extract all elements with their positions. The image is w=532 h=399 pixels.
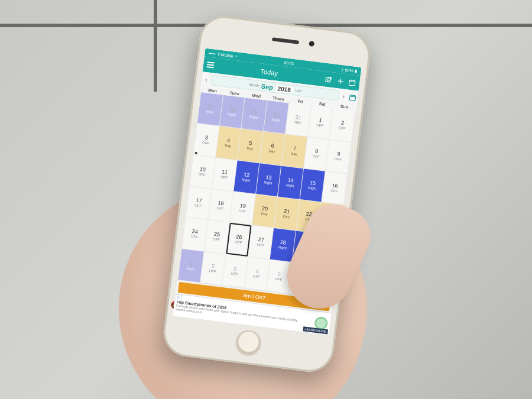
calendar-day-cell[interactable]: 4OFF bbox=[244, 257, 270, 290]
day-number: 25 bbox=[213, 232, 220, 238]
battery-label: 86% bbox=[345, 67, 353, 73]
calendar-day-cell[interactable]: 9OFF bbox=[326, 140, 351, 173]
day-number: 17 bbox=[196, 197, 202, 203]
shift-label: OFF bbox=[235, 240, 242, 244]
shift-label: Night bbox=[286, 183, 295, 187]
shift-label: OFF bbox=[216, 206, 224, 210]
shift-label: OFF bbox=[335, 157, 342, 161]
phone-front-camera bbox=[309, 40, 314, 46]
calendar-day-cell[interactable]: 26OFF bbox=[226, 223, 252, 256]
calendar-toolbar-icon[interactable] bbox=[348, 77, 357, 87]
prev-month-button[interactable]: ‹ bbox=[202, 75, 210, 83]
calendar-day-cell[interactable]: 6Day bbox=[259, 131, 285, 164]
calendar-day-cell[interactable]: 13Night bbox=[256, 163, 281, 196]
day-number: 4 bbox=[255, 268, 259, 274]
day-number: 3 bbox=[233, 266, 237, 272]
compose-icon[interactable] bbox=[324, 74, 333, 84]
shift-label: OFF bbox=[231, 271, 238, 275]
calendar-day-cell[interactable]: 1Night bbox=[178, 248, 203, 281]
day-number: 31 bbox=[295, 115, 301, 121]
jump-to-date-icon[interactable] bbox=[348, 92, 357, 102]
carrier-label: T-Mobile bbox=[217, 51, 233, 57]
calendar-day-cell[interactable]: 12Night bbox=[234, 160, 259, 193]
shift-label: Day bbox=[291, 152, 297, 156]
home-button[interactable] bbox=[234, 328, 263, 357]
day-number: 16 bbox=[332, 183, 338, 189]
day-number: 14 bbox=[287, 177, 294, 183]
calendar-day-cell[interactable]: 4Day bbox=[216, 126, 241, 159]
calendar-day-cell[interactable]: 29Night bbox=[242, 98, 267, 131]
signal-icon: ••••• bbox=[208, 50, 216, 55]
am-i-on-label: Am I On? bbox=[242, 292, 265, 301]
shift-label: OFF bbox=[338, 126, 346, 130]
shift-label: OFF bbox=[202, 141, 210, 145]
calendar-day-cell[interactable]: 5Day bbox=[238, 129, 263, 162]
calendar-day-cell[interactable]: 7Day bbox=[282, 134, 307, 167]
shift-label: OFF bbox=[330, 189, 338, 193]
calendar-day-cell[interactable]: 3OFF bbox=[193, 124, 219, 157]
calendar-day-cell[interactable]: 28Night bbox=[270, 228, 296, 261]
shift-label: Day bbox=[283, 214, 290, 218]
calendar-day-cell[interactable]: 20Day bbox=[252, 194, 277, 227]
day-number: 19 bbox=[239, 203, 246, 209]
calendar-day-cell[interactable]: 18OFF bbox=[208, 189, 233, 222]
add-icon[interactable] bbox=[336, 76, 345, 85]
day-number: 12 bbox=[244, 171, 250, 177]
calendar-day-cell[interactable]: 2OFF bbox=[330, 108, 355, 141]
calendar-day-cell[interactable]: 14Night bbox=[278, 166, 303, 199]
shift-label: OFF bbox=[213, 238, 220, 242]
day-number: 27 bbox=[258, 237, 264, 243]
calendar-day-cell[interactable]: 8OFF bbox=[304, 137, 329, 170]
calendar-day-cell[interactable]: 27OFF bbox=[248, 225, 274, 258]
calendar-day-cell[interactable]: 16OFF bbox=[322, 171, 348, 204]
day-number: 1 bbox=[319, 118, 322, 124]
day-number: 15 bbox=[310, 180, 316, 186]
day-number: 24 bbox=[192, 229, 198, 235]
calendar-day-cell[interactable]: 27Night bbox=[197, 92, 223, 125]
day-number: 20 bbox=[262, 206, 268, 212]
calendar-day-cell[interactable]: 28Night bbox=[219, 95, 245, 128]
day-number: 29 bbox=[251, 109, 258, 115]
day-number: 5 bbox=[277, 271, 281, 277]
shift-label: Night bbox=[242, 177, 251, 182]
calendar-day-cell[interactable]: 24OFF bbox=[182, 218, 207, 251]
day-number: 3 bbox=[205, 135, 208, 141]
day-number: 7 bbox=[293, 146, 296, 152]
calendar-day-cell[interactable]: 1OFF bbox=[307, 106, 333, 139]
svg-rect-1 bbox=[349, 79, 355, 85]
bluetooth-icon: ᛒ bbox=[340, 67, 343, 71]
shift-label: OFF bbox=[253, 274, 261, 278]
day-number: 1 bbox=[189, 260, 193, 266]
day-number: 5 bbox=[249, 141, 252, 147]
shift-label: OFF bbox=[312, 154, 320, 158]
year-value: 2018 bbox=[275, 85, 293, 93]
calendar-day-cell[interactable]: 30Night bbox=[264, 100, 289, 134]
next-month-button[interactable]: › bbox=[340, 92, 348, 100]
calendar-day-cell[interactable]: 17OFF bbox=[186, 186, 211, 219]
day-number: 27 bbox=[207, 103, 213, 109]
list-tag: List bbox=[295, 88, 301, 92]
calendar-day-cell[interactable]: 25OFF bbox=[204, 220, 229, 253]
shift-label: Day bbox=[268, 149, 275, 153]
calendar-day-cell[interactable]: 19OFF bbox=[230, 192, 255, 225]
day-number: 30 bbox=[273, 112, 280, 118]
shift-label: Night bbox=[264, 180, 273, 185]
shift-label: OFF bbox=[275, 277, 283, 281]
shift-label: OFF bbox=[316, 123, 324, 127]
calendar-day-cell[interactable]: 2OFF bbox=[200, 251, 226, 284]
calendar-day-cell[interactable]: 3OFF bbox=[222, 254, 248, 287]
day-number: 26 bbox=[236, 234, 242, 240]
shift-label: Night bbox=[205, 109, 214, 114]
day-number: 28 bbox=[229, 106, 235, 112]
calendar-day-cell[interactable]: 31OFF bbox=[286, 103, 311, 136]
calendar-day-cell[interactable]: 11OFF bbox=[212, 157, 237, 190]
shift-label: OFF bbox=[220, 175, 228, 179]
calendar-day-cell[interactable]: 10OFF bbox=[190, 155, 215, 188]
menu-button[interactable] bbox=[207, 61, 215, 68]
battery-icon: ▮ bbox=[355, 68, 358, 73]
calendar-day-cell[interactable]: 15Night bbox=[300, 168, 325, 202]
calendar-day-cell[interactable]: 21Day bbox=[274, 197, 300, 230]
day-number: 6 bbox=[271, 143, 274, 149]
day-number: 2 bbox=[340, 120, 344, 126]
shift-label: Night bbox=[249, 115, 258, 119]
